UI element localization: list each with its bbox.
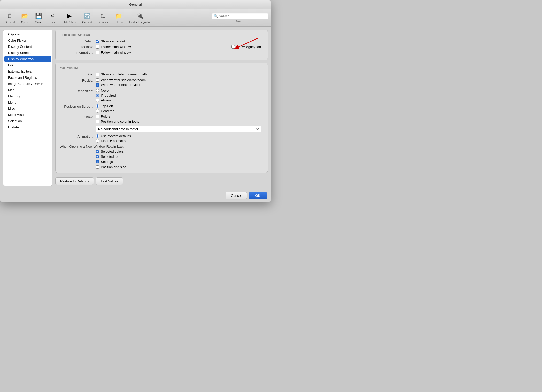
sidebar-item-external-editors[interactable]: External Editors [4,68,51,74]
retain-settings-wrapper: Settings [96,160,264,164]
sidebar-item-faces-and-regions[interactable]: Faces and Regions [4,75,51,81]
show-label: Show: [60,115,93,119]
reposition-never-wrapper: Never [96,89,116,92]
sidebar-item-update[interactable]: Update [4,124,51,130]
retain-selected-tool-label: Selected tool [101,155,120,159]
information-row: Information: Follow main window [60,51,264,54]
toolbar-finder-integration-label: Finder Integration [129,21,151,24]
toolbar-open[interactable]: 📂 Open [18,11,31,25]
title-bar: General [0,0,271,9]
toolbox-checkbox[interactable] [96,45,99,49]
restore-defaults-button[interactable]: Restore to Defaults [55,177,94,185]
title-checkbox-wrapper: Show complete document path [96,72,147,76]
reposition-always-radio[interactable] [96,99,99,102]
title-checkbox-label: Show complete document path [101,72,147,76]
resize-row: Resize: Window after scale/crop/zoom Win… [60,78,264,87]
position-screen-label: Position on Screen: [60,104,93,108]
action-buttons-row: Restore to Defaults Last Values [55,175,268,186]
reposition-label: Reposition: [60,89,93,93]
reposition-if-required-wrapper: If required [96,93,116,97]
retain-selected-tool-checkbox[interactable] [96,155,99,158]
animation-use-system-radio[interactable] [96,134,99,138]
position-screen-row: Position on Screen: Top-Left Centered [60,104,264,113]
ok-button[interactable]: OK [249,192,267,199]
sidebar-item-selection[interactable]: Selection [4,118,51,124]
show-rulers-checkbox[interactable] [96,115,99,118]
show-legacy-tab-checkbox[interactable] [231,45,235,49]
position-centered-radio[interactable] [96,109,99,113]
detail-row: Detail: Show center dot [60,39,264,43]
footer-dropdown[interactable]: No additional data in footer EXIF data G… [96,126,261,132]
right-panel: Editor's Tool Windows Detail: [55,30,268,186]
last-values-button[interactable]: Last Values [96,177,123,185]
toolbar-convert[interactable]: 🔄 Convert [80,11,94,25]
sidebar-item-edit[interactable]: Edit [4,62,51,68]
reposition-controls: Never If required Always [96,89,116,102]
sidebar-item-display-screens[interactable]: Display Screens [4,50,51,56]
show-position-color-wrapper: Position and color in footer [96,120,264,123]
reposition-always-wrapper: Always [96,98,116,102]
toolbar-open-label: Open [21,21,28,24]
reposition-never-radio[interactable] [96,89,99,92]
animation-use-system-wrapper: Use system defaults [96,134,131,138]
show-controls: Rulers Position and color in footer No a… [96,115,264,132]
resize-next-checkbox[interactable] [96,83,99,87]
retain-position-size-checkbox[interactable] [96,165,99,169]
sidebar-item-menu[interactable]: Menu [4,99,51,105]
toolbox-checkbox-label: Follow main window [101,45,131,49]
information-label: Information: [60,51,93,54]
animation-controls: Use system defaults Disable animation [96,134,131,143]
retain-selected-colors-checkbox[interactable] [96,150,99,153]
toolbar-save-label: Save [35,21,42,24]
sidebar-item-image-capture-twain[interactable]: Image Capture / TWAIN [4,81,51,87]
title-checkbox[interactable] [96,73,99,76]
sidebar-item-map[interactable]: Map [4,87,51,93]
toolbar-slideshow[interactable]: ▶ Slide Show [60,11,79,25]
title-label: Title: [60,72,93,76]
convert-icon: 🔄 [83,12,91,20]
retain-position-size-wrapper: Position and size [96,165,264,169]
when-opening-label: When Opening a New Window Retain Last: [60,145,124,148]
position-top-left-radio[interactable] [96,104,99,108]
toolbar-browser[interactable]: 🗂 Browser [96,11,110,25]
sidebar-item-misc[interactable]: Misc [4,106,51,112]
position-top-left-label: Top-Left [101,104,113,108]
search-input[interactable] [219,14,266,18]
search-label: Search [236,20,245,23]
search-box[interactable]: 🔍 [212,13,268,19]
animation-disable-radio[interactable] [96,139,99,143]
cancel-button[interactable]: Cancel [226,192,247,199]
show-position-color-label: Position and color in footer [101,120,141,123]
position-screen-controls: Top-Left Centered [96,104,114,113]
animation-row: Animation: Use system defaults Disable a… [60,134,264,143]
toolbar-finder-integration[interactable]: 🔌 Finder Integration [127,11,153,25]
sidebar-item-color-picker[interactable]: Color Picker [4,37,51,43]
toolbar-save[interactable]: 💾 Save [32,11,45,25]
folders-icon: 📁 [114,12,123,20]
finder-integration-icon: 🔌 [136,12,144,20]
detail-checkbox[interactable] [96,40,99,43]
resize-scale-checkbox[interactable] [96,78,99,82]
sidebar-item-more-misc[interactable]: More Misc [4,112,51,118]
resize-next-wrapper: Window after next/previous [96,83,146,87]
toolbar-print[interactable]: 🖨 Print [46,11,59,25]
sidebar-item-clipboard[interactable]: Clipboard [4,31,51,37]
save-icon: 💾 [34,12,43,20]
reposition-if-required-radio[interactable] [96,94,99,97]
retain-settings-checkbox[interactable] [96,160,99,163]
toolbox-label: Toolbox: [60,45,93,49]
sidebar-item-memory[interactable]: Memory [4,93,51,99]
show-row: Show: Rulers Position and color in foote… [60,115,264,132]
show-position-color-checkbox[interactable] [96,120,99,123]
sidebar-item-display-content[interactable]: Display Content [4,44,51,50]
legacy-tab-wrapper: Show legacy tab [231,45,264,49]
information-checkbox[interactable] [96,51,99,54]
toolbar-general[interactable]: 🗒 General [3,11,17,25]
resize-controls: Window after scale/crop/zoom Window afte… [96,78,146,87]
general-icon: 🗒 [6,12,14,20]
detail-checkbox-wrapper: Show center dot [96,39,125,43]
toolbar-folders[interactable]: 📁 Folders [112,11,126,25]
main-content: Clipboard Color Picker Display Content D… [0,27,271,189]
sidebar-item-display-windows[interactable]: Display Windows [4,56,51,62]
resize-next-label: Window after next/previous [101,83,141,87]
